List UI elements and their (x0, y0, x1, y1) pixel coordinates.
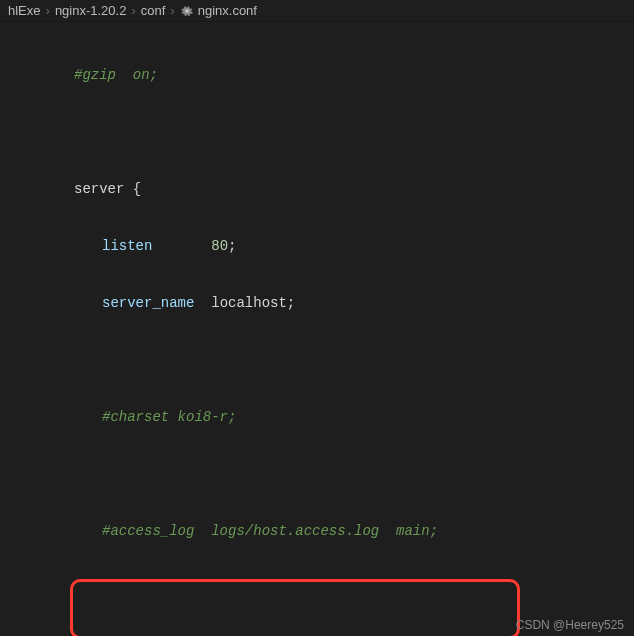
semicolon: ; (287, 295, 295, 311)
code-value: 80 (211, 238, 228, 254)
watermark: CSDN @Heerey525 (516, 618, 624, 632)
breadcrumb-item[interactable]: nginx.conf (198, 3, 257, 18)
code-content[interactable]: #gzip on; server { listen 80; server_nam… (28, 22, 634, 636)
chevron-right-icon: › (46, 3, 50, 18)
code-editor[interactable]: #gzip on; server { listen 80; server_nam… (0, 22, 634, 636)
semicolon: ; (228, 238, 236, 254)
breadcrumb-item[interactable]: nginx-1.20.2 (55, 3, 127, 18)
code-prop: listen (102, 238, 152, 254)
code-comment: #charset koi8-r; (102, 409, 236, 425)
breadcrumb-item[interactable]: conf (141, 3, 166, 18)
chevron-right-icon: › (131, 3, 135, 18)
code-comment: #gzip on; (74, 67, 158, 83)
chevron-right-icon: › (170, 3, 174, 18)
code-comment: #access_log logs/host.access.log main; (102, 523, 438, 539)
gutter (0, 22, 28, 636)
breadcrumb: hlExe › nginx-1.20.2 › conf › nginx.conf (0, 0, 634, 22)
gear-icon (180, 4, 194, 18)
code-prop: server_name (102, 295, 194, 311)
brace: { (124, 181, 141, 197)
code-keyword: server (74, 181, 124, 197)
code-value: localhost (211, 295, 287, 311)
breadcrumb-item[interactable]: hlExe (8, 3, 41, 18)
